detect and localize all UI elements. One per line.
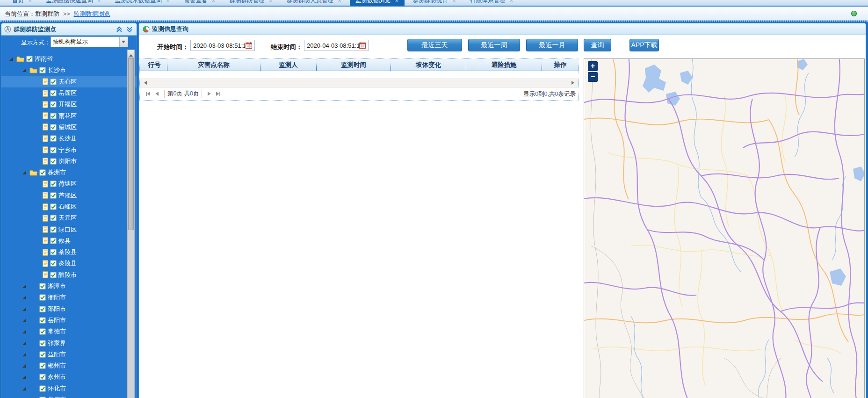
grid-column-header[interactable]: 监测人 — [260, 59, 317, 71]
tree-checkbox[interactable] — [39, 169, 46, 176]
tree-node[interactable]: 张家界 — [1, 337, 137, 348]
tree-checkbox[interactable] — [39, 67, 46, 73]
tree-checkbox[interactable] — [50, 192, 57, 199]
nav-tab[interactable]: 群测群防管理 ✕ — [224, 0, 278, 7]
nav-tab[interactable]: 首页 ✕ — [7, 0, 37, 7]
tab-close-icon[interactable]: ✕ — [509, 0, 513, 3]
tree-node[interactable]: 攸县 — [1, 235, 137, 246]
tab-close-icon[interactable]: ✕ — [211, 0, 215, 3]
select-dropdown-icon[interactable] — [119, 37, 128, 47]
tree-checkbox[interactable] — [50, 158, 57, 165]
tree-expander-icon[interactable] — [22, 363, 27, 368]
tree-node[interactable]: 岳麓区 — [1, 87, 137, 99]
tree-node[interactable]: 岳阳市 — [1, 315, 137, 326]
tree-node[interactable]: 渌口区 — [1, 224, 137, 235]
tree-node[interactable]: 望城区 — [1, 122, 137, 133]
tab-close-icon[interactable]: ✕ — [269, 0, 273, 3]
tree-expander-icon[interactable] — [22, 318, 27, 323]
grid-column-header[interactable]: 操作 — [542, 59, 579, 71]
scroll-up-icon[interactable] — [128, 50, 134, 58]
tree-node[interactable]: 娄底市 — [1, 394, 137, 398]
tab-close-icon[interactable]: ✕ — [452, 0, 456, 3]
tree-checkbox[interactable] — [50, 249, 57, 255]
double-chevron-up-icon[interactable] — [116, 26, 123, 33]
tree-expander-icon[interactable] — [22, 386, 27, 391]
tree-node[interactable]: 开福区 — [1, 99, 137, 110]
tree-checkbox[interactable] — [39, 362, 46, 369]
tree-node[interactable]: 石峰区 — [1, 201, 137, 212]
tree-checkbox[interactable] — [50, 260, 57, 267]
scrollbar-thumb[interactable] — [128, 58, 134, 230]
tab-close-icon[interactable]: ✕ — [338, 0, 341, 3]
tree-node[interactable]: 益阳市 — [1, 349, 137, 360]
nav-tab[interactable]: 行政体系管理 ✕ — [464, 0, 519, 7]
tree-checkbox[interactable] — [39, 351, 46, 358]
last-3-days-button[interactable]: 最近三天 — [407, 39, 462, 51]
breadcrumb-current-link[interactable]: 监测数据浏览 — [73, 10, 110, 17]
nav-tab[interactable]: 监测流水数据查询 ✕ — [109, 0, 175, 7]
scroll-right-icon[interactable] — [571, 81, 576, 85]
tree-node[interactable]: 株洲市 — [1, 167, 137, 178]
tree-checkbox[interactable] — [39, 294, 46, 301]
tree-expander-icon[interactable] — [22, 170, 27, 175]
tree-node[interactable]: 炎陵县 — [1, 258, 137, 269]
tab-close-icon[interactable]: ✕ — [395, 0, 398, 3]
tree-node[interactable]: 天心区 — [1, 76, 137, 87]
tree-checkbox[interactable] — [50, 272, 57, 278]
tree-checkbox[interactable] — [50, 181, 57, 187]
tree-node[interactable]: 宁乡市 — [1, 144, 137, 155]
grid-column-header[interactable]: 坡体变化 — [391, 59, 466, 71]
grid-column-header[interactable]: 监测时间 — [317, 59, 391, 71]
tree-checkbox[interactable] — [39, 328, 46, 335]
grid-column-header[interactable]: 灾害点名称 — [167, 59, 260, 71]
tree-checkbox[interactable] — [50, 226, 57, 233]
tree-expander-icon[interactable] — [22, 68, 27, 72]
tree-checkbox[interactable] — [39, 283, 46, 289]
tree-node[interactable]: 浏阳市 — [1, 156, 137, 167]
tree-checkbox[interactable] — [50, 215, 57, 221]
tree-expander-icon[interactable] — [22, 307, 27, 311]
tree-checkbox[interactable] — [50, 203, 57, 210]
tree-checkbox[interactable] — [26, 56, 33, 62]
scroll-left-icon[interactable] — [142, 81, 147, 85]
tree-expander-icon[interactable] — [22, 341, 27, 346]
nav-tab[interactable]: 预警查看 ✕ — [178, 0, 221, 7]
tree-checkbox[interactable] — [50, 90, 57, 96]
tree-checkbox[interactable] — [50, 113, 57, 119]
tree-checkbox[interactable] — [39, 306, 46, 312]
tree-checkbox[interactable] — [39, 385, 46, 392]
tab-close-icon[interactable]: ✕ — [166, 0, 170, 3]
tree-node[interactable]: 永州市 — [1, 371, 137, 383]
green-dot-icon[interactable] — [851, 11, 857, 16]
tab-close-icon[interactable]: ✕ — [97, 0, 101, 3]
tree-node[interactable]: 荷塘区 — [1, 178, 137, 189]
last-month-button[interactable]: 最近一月 — [526, 39, 578, 51]
tree-checkbox[interactable] — [50, 238, 57, 244]
grid-column-header[interactable]: 行号 — [142, 59, 167, 71]
tab-close-icon[interactable]: ✕ — [28, 0, 32, 3]
nav-tab[interactable]: 群测群防统计 ✕ — [407, 0, 462, 7]
tree-expander-icon[interactable] — [22, 295, 27, 300]
zoom-out-button[interactable]: − — [588, 72, 598, 82]
tree-checkbox[interactable] — [50, 135, 57, 142]
tree-expander-icon[interactable] — [22, 352, 27, 357]
tree-node[interactable]: 茶陵县 — [1, 246, 137, 258]
tree-expander-icon[interactable] — [22, 329, 27, 334]
tree-checkbox[interactable] — [39, 340, 46, 347]
calendar-icon[interactable] — [246, 42, 252, 49]
tree-node[interactable]: 芦淞区 — [1, 190, 137, 201]
tree-node[interactable]: 天元区 — [1, 212, 137, 224]
tree-node[interactable]: 衡阳市 — [1, 292, 137, 303]
nav-tab[interactable]: 群测群防人员管理 ✕ — [281, 0, 347, 7]
tree-node[interactable]: 怀化市 — [1, 383, 137, 394]
app-download-button[interactable]: APP下载 — [629, 39, 659, 51]
calendar-icon[interactable] — [359, 42, 366, 49]
nav-tab[interactable]: 监测数据浏览 ✕ — [350, 0, 404, 7]
tree-expander-icon[interactable] — [22, 284, 27, 289]
sidebar-scrollbar[interactable] — [127, 50, 135, 398]
tree-node[interactable]: 雨花区 — [1, 110, 137, 121]
tree-node[interactable]: 湖南省 — [1, 53, 137, 65]
tree-node[interactable]: 长沙县 — [1, 133, 137, 144]
tree-node[interactable]: 郴州市 — [1, 360, 137, 371]
double-chevron-down-icon[interactable] — [126, 26, 134, 33]
